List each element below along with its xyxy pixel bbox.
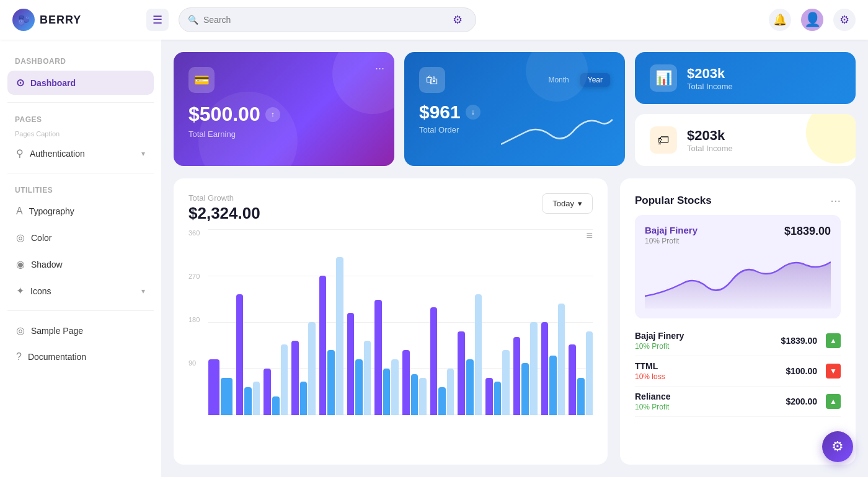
bar-purple	[541, 322, 549, 415]
gear-icon: ⚙	[839, 13, 849, 27]
app-logo-text: BERRY	[40, 14, 81, 27]
month-toggle-button[interactable]: Month	[541, 73, 576, 87]
stock-name: Bajaj Finery	[635, 331, 684, 341]
content-area: 💳 ··· $500.00 ↑ Total Earning 🛍 Month Ye…	[161, 40, 868, 477]
sidebar-item-color[interactable]: ◎ Color	[7, 225, 154, 250]
filter-button[interactable]: ⚙	[448, 11, 467, 29]
chart-grid: 360 270 180 90	[188, 229, 593, 415]
income-bot-label: Total Income	[687, 144, 733, 153]
bar-blue	[521, 363, 529, 415]
sidebar-item-icons[interactable]: ✦ Icons ▾	[7, 279, 154, 303]
earning-trend-icon: ↑	[265, 107, 280, 122]
stock-value-area: $100.00 ▼	[786, 364, 841, 379]
income-top-icon: 📊	[650, 64, 677, 92]
sidebar-section-utilities: Utilities	[7, 181, 154, 197]
notification-button[interactable]: 🔔	[769, 9, 791, 31]
bar-group	[458, 229, 482, 415]
stock-value: $200.00	[786, 396, 817, 406]
sample-page-label: Sample Page	[31, 326, 83, 336]
stock-trend-badge: ▲	[826, 394, 841, 409]
sidebar-divider-3	[7, 310, 154, 311]
income-bot-icon: 🏷	[650, 126, 677, 154]
bar-purple	[485, 378, 493, 415]
topnav-right: 🔔 👤 ⚙	[769, 9, 856, 31]
bar-blue	[244, 387, 252, 415]
sidebar-section-dashboard: Dashboard	[7, 52, 154, 68]
app-logo-icon: 🫐	[12, 9, 35, 31]
bar-light-blue	[502, 350, 510, 415]
sidebar-item-documentation[interactable]: ? Documentation	[7, 345, 154, 369]
bar-light-blue	[391, 359, 399, 415]
bar-light-blue	[447, 369, 454, 415]
bar-blue	[466, 359, 474, 415]
documentation-icon: ?	[16, 351, 22, 362]
filter-icon: ⚙	[453, 13, 463, 27]
fab-button[interactable]: ⚙	[822, 431, 853, 462]
stocks-title: Popular Stocks	[635, 195, 712, 207]
bar-purple	[402, 350, 410, 415]
stocks-menu-button[interactable]: ···	[830, 193, 841, 208]
income-top-label: Total Income	[687, 82, 733, 91]
income-top-card: 📊 $203k Total Income	[635, 52, 856, 104]
bar-blue	[355, 359, 363, 415]
stock-name: Reliance	[635, 392, 671, 401]
chart-bars-container	[208, 229, 593, 415]
bar-light-blue	[308, 322, 316, 415]
sidebar-item-authentication[interactable]: ⚲ Authentication ▾	[7, 141, 154, 165]
stock-name: TTML	[635, 361, 665, 371]
user-avatar[interactable]: 👤	[801, 9, 823, 31]
bar-blue	[221, 378, 232, 415]
order-toggle: Month Year	[541, 73, 610, 87]
bar-group	[264, 229, 288, 415]
bajaj-info: Bajaj Finery 10% Profit	[645, 225, 698, 245]
icons-chevron-icon: ▾	[141, 287, 145, 295]
bar-purple	[430, 307, 438, 415]
typography-icon: A	[16, 206, 23, 217]
bar-group	[347, 229, 371, 415]
top-cards-row: 💳 ··· $500.00 ↑ Total Earning 🛍 Month Ye…	[174, 52, 856, 166]
bar-group	[485, 229, 510, 415]
stock-trend-badge: ▲	[826, 333, 841, 348]
bar-light-blue	[419, 378, 427, 415]
sidebar-item-typography[interactable]: A Typography	[7, 199, 154, 223]
sidebar: Dashboard ⊙ Dashboard Pages Pages Captio…	[0, 40, 161, 477]
earning-label: Total Earning	[188, 129, 379, 139]
bar-group	[569, 229, 593, 415]
bajaj-value: $1839.00	[784, 225, 831, 238]
bar-group	[319, 229, 343, 415]
sidebar-item-shadow[interactable]: ◉ Shadow	[7, 252, 154, 276]
avatar-emoji: 👤	[804, 12, 821, 28]
bar-blue	[438, 387, 446, 415]
settings-button[interactable]: ⚙	[833, 9, 856, 31]
stock-value: $100.00	[786, 366, 817, 376]
earning-card-menu-button[interactable]: ···	[375, 62, 384, 75]
search-input[interactable]	[203, 15, 443, 25]
stock-info: Reliance 10% Profit	[635, 392, 671, 411]
bar-purple	[458, 331, 465, 415]
auth-label: Authentication	[30, 149, 85, 159]
sidebar-item-sample-page[interactable]: ◎ Sample Page	[7, 318, 154, 343]
stock-list-item: Reliance 10% Profit $200.00 ▲	[635, 387, 841, 417]
bar-blue	[383, 369, 391, 415]
order-card-header: 🛍 Month Year	[419, 67, 610, 93]
bar-light-blue	[281, 344, 288, 415]
search-icon: 🔍	[188, 15, 198, 25]
stock-profit: 10% Profit	[635, 403, 671, 411]
stocks-header: Popular Stocks ···	[635, 193, 841, 208]
bar-light-blue	[336, 257, 343, 415]
bar-purple	[319, 276, 327, 415]
earning-card: 💳 ··· $500.00 ↑ Total Earning	[174, 52, 394, 166]
sidebar-item-dashboard[interactable]: ⊙ Dashboard	[7, 71, 154, 95]
today-filter-button[interactable]: Today ▾	[542, 193, 593, 214]
bar-purple	[208, 359, 219, 415]
year-toggle-button[interactable]: Year	[580, 73, 610, 87]
menu-toggle-button[interactable]: ☰	[146, 9, 169, 31]
growth-label: Total Growth	[188, 193, 260, 203]
chart-y-axis: 360 270 180 90	[188, 229, 208, 415]
bar-blue	[327, 350, 335, 415]
sample-page-icon: ◎	[16, 325, 25, 336]
bar-light-blue	[475, 294, 482, 415]
order-card: 🛍 Month Year $961 ↓ Total Order	[404, 52, 625, 166]
bar-group	[291, 229, 316, 415]
stock-profit: 10% Profit	[635, 342, 684, 351]
